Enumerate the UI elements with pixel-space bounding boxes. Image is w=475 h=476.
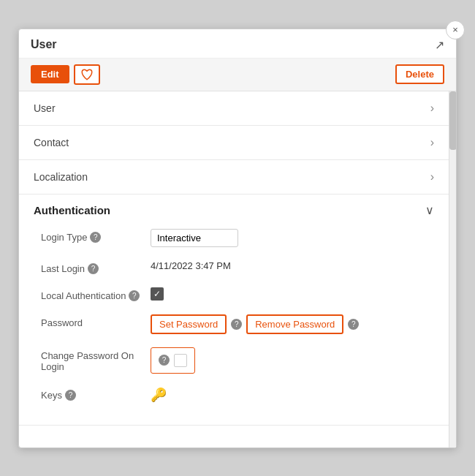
login-type-row: Login Type ? Interactive (34, 229, 434, 247)
section-localization-label: Localization (34, 171, 88, 183)
login-type-value: Interactive (151, 229, 434, 247)
change-password-checkbox[interactable] (174, 354, 187, 367)
sidebar-item-contact[interactable]: Contact › (19, 126, 449, 160)
change-password-help-icon[interactable]: ? (159, 355, 170, 366)
login-type-label: Login Type ? (41, 229, 151, 243)
last-login-value: 4/11/2022 3:47 PM (151, 260, 434, 271)
login-type-help-icon[interactable]: ? (90, 232, 101, 243)
change-password-label: Change Password On Login (41, 347, 151, 372)
local-auth-checkbox[interactable]: ✓ (151, 287, 164, 301)
content-area: User › Contact › Localization › Authenti… (19, 91, 456, 447)
local-auth-value: ✓ (151, 287, 434, 301)
chevron-right-icon-localization: › (430, 170, 434, 184)
sidebar-item-user[interactable]: User › (19, 91, 449, 126)
last-login-row: Last Login ? 4/11/2022 3:47 PM (34, 260, 434, 274)
chevron-down-icon: ∨ (425, 203, 434, 217)
set-password-button[interactable]: Set Password (151, 314, 227, 334)
spacer (19, 426, 449, 447)
favorite-icon (80, 68, 94, 81)
remove-password-help-icon[interactable]: ? (348, 319, 359, 330)
keys-help-icon[interactable]: ? (65, 390, 76, 401)
edit-button[interactable]: Edit (31, 65, 69, 83)
modal: × User ↗ Edit Delete User › Contact › (18, 29, 457, 448)
last-login-text: 4/11/2022 3:47 PM (151, 260, 231, 271)
last-login-label: Last Login ? (41, 260, 151, 274)
scrollbar[interactable] (449, 91, 456, 447)
external-link-icon[interactable]: ↗ (435, 38, 444, 52)
password-row: Password Set Password ? Remove Password … (34, 314, 434, 334)
chevron-right-icon-user: › (430, 102, 434, 115)
favorite-button[interactable] (74, 64, 100, 85)
inner-content: User › Contact › Localization › Authenti… (19, 91, 449, 447)
password-label: Password (41, 314, 151, 328)
modal-header: User ↗ (19, 29, 456, 58)
auth-header[interactable]: Authentication ∨ (34, 203, 434, 217)
set-password-help-icon[interactable]: ? (231, 319, 242, 330)
sidebar-item-localization[interactable]: Localization › (19, 160, 449, 194)
local-auth-label: Local Authentication ? (41, 287, 151, 301)
delete-button[interactable]: Delete (395, 64, 444, 84)
scrollbar-thumb[interactable] (449, 91, 456, 150)
section-contact-label: Contact (34, 137, 69, 148)
modal-title: User (31, 38, 57, 51)
key-icon[interactable]: 🔑 (151, 387, 167, 403)
login-type-input[interactable]: Interactive (151, 229, 238, 247)
keys-label: Keys ? (41, 387, 151, 401)
remove-password-button[interactable]: Remove Password (246, 314, 343, 334)
change-password-row: Change Password On Login ? (34, 347, 434, 374)
close-button[interactable]: × (446, 20, 465, 39)
toolbar: Edit Delete (19, 58, 456, 91)
chevron-right-icon-contact: › (430, 136, 434, 149)
password-value: Set Password ? Remove Password ? (151, 314, 434, 334)
auth-title: Authentication (34, 204, 110, 216)
close-icon: × (452, 24, 458, 35)
keys-row: Keys ? 🔑 (34, 387, 434, 403)
local-auth-row: Local Authentication ? ✓ (34, 287, 434, 301)
toolbar-left: Edit (31, 64, 100, 85)
section-user-label: User (34, 102, 56, 114)
change-password-box: ? (151, 347, 195, 374)
keys-value: 🔑 (151, 387, 434, 403)
local-auth-help-icon[interactable]: ? (129, 290, 140, 301)
authentication-section: Authentication ∨ Login Type ? Interactiv… (19, 194, 449, 426)
last-login-help-icon[interactable]: ? (88, 263, 99, 274)
change-password-value: ? (151, 347, 434, 374)
